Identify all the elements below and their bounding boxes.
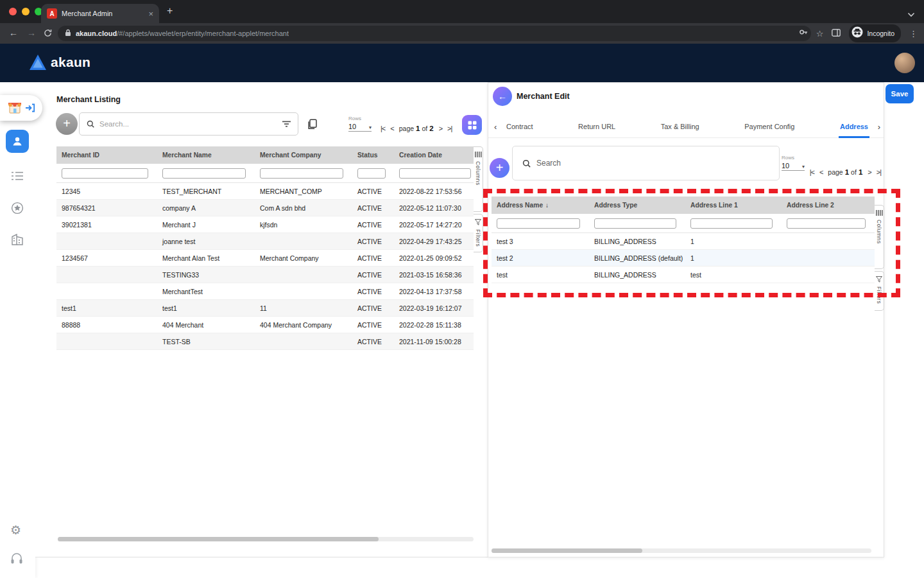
tab-tax-billing[interactable]: Tax & Billing xyxy=(660,116,701,138)
table-row[interactable]: test 2BILLING_ADDRESS (default)1 xyxy=(492,250,875,267)
filter-input[interactable] xyxy=(399,168,471,179)
table-row[interactable]: TEST-SBACTIVE2021-11-09 15:00:28 xyxy=(56,333,474,350)
add-merchant-button[interactable]: + xyxy=(56,113,78,135)
table-cell: BILLING_ADDRESS xyxy=(589,238,685,245)
rows-per-page-select[interactable]: 10 ▾ xyxy=(782,162,805,171)
filter-input[interactable] xyxy=(594,218,676,229)
columns-side-tab[interactable]: Columns xyxy=(875,205,884,269)
merchant-table-body: 12345TEST_MERCHANTMERCHANT_COMPACTIVE202… xyxy=(56,183,474,350)
password-key-icon[interactable] xyxy=(799,28,808,39)
sidebar-item-organization[interactable] xyxy=(11,234,24,248)
browser-reload-button[interactable] xyxy=(44,29,52,39)
table-side-tabs: Columns Filters xyxy=(474,146,483,252)
address-bar[interactable]: akaun.cloud/#/applets/wavelet/erp/entity… xyxy=(58,26,811,41)
browser-forward-button[interactable]: → xyxy=(27,28,36,38)
next-page-button[interactable]: > xyxy=(439,125,442,132)
browser-menu-icon[interactable]: ⋮ xyxy=(909,29,918,39)
rows-per-page-select[interactable]: 10 ▾ xyxy=(348,123,372,132)
sidebar-item-merchant-applet[interactable] xyxy=(0,95,42,121)
column-header[interactable]: Merchant Name xyxy=(157,152,255,159)
filter-input[interactable] xyxy=(357,168,386,179)
column-header[interactable]: Status xyxy=(352,152,394,159)
back-button[interactable]: ← xyxy=(493,87,512,106)
tab-contract[interactable]: Contract xyxy=(505,116,535,138)
address-search-box[interactable] xyxy=(512,146,780,180)
save-button[interactable]: Save xyxy=(886,84,914,103)
table-row[interactable]: 88888404 Merchant404 Merchant CompanyACT… xyxy=(56,317,474,333)
last-page-button[interactable]: >| xyxy=(877,168,881,176)
prev-page-button[interactable]: < xyxy=(390,125,393,132)
akaun-logo[interactable]: akaun xyxy=(30,55,90,70)
address-list-pager: |< < page1of1 > >| xyxy=(810,168,881,176)
sort-desc-icon[interactable]: ↓ xyxy=(545,202,549,209)
horizontal-scrollbar[interactable] xyxy=(492,548,871,553)
tab-return-url[interactable]: Return URL xyxy=(577,116,617,138)
next-page-button[interactable]: > xyxy=(868,168,871,176)
filter-input[interactable] xyxy=(690,218,773,229)
add-address-button[interactable]: + xyxy=(490,158,509,178)
window-controls[interactable] xyxy=(9,8,42,15)
table-row[interactable]: 1234567Merchant Alan TestMerchant Compan… xyxy=(56,250,474,267)
side-panel-icon[interactable] xyxy=(832,28,841,39)
scrollbar-thumb[interactable] xyxy=(58,537,379,541)
column-header[interactable]: Address Type xyxy=(589,202,685,209)
column-header[interactable]: Creation Date xyxy=(394,152,474,159)
new-tab-button[interactable]: + xyxy=(167,5,173,17)
first-page-button[interactable]: |< xyxy=(381,125,385,132)
column-header[interactable]: Merchant ID xyxy=(56,152,157,159)
table-row[interactable]: testBILLING_ADDRESStest xyxy=(492,267,875,283)
filter-input[interactable] xyxy=(260,168,343,179)
grid-view-button[interactable] xyxy=(462,115,482,135)
copy-pages-icon[interactable] xyxy=(307,119,318,132)
columns-side-tab[interactable]: Columns xyxy=(474,146,483,212)
browser-back-button[interactable]: ← xyxy=(9,28,18,38)
scrollbar-thumb[interactable] xyxy=(492,548,642,553)
user-avatar[interactable] xyxy=(894,53,915,73)
tabs-scroll-right-icon[interactable]: › xyxy=(878,122,880,132)
merchant-search-box[interactable] xyxy=(79,112,298,136)
table-row[interactable]: 39021381Merchant JkjfsdnACTIVE2022-05-17… xyxy=(56,216,474,233)
column-header[interactable]: Address Line 2 xyxy=(782,202,875,209)
table-row[interactable]: joanne testACTIVE2022-04-29 17:43:25 xyxy=(56,233,474,250)
horizontal-scrollbar[interactable] xyxy=(58,537,474,541)
filter-list-icon[interactable] xyxy=(282,120,291,128)
column-header[interactable]: Merchant Company xyxy=(255,152,352,159)
column-header[interactable]: Address Name↓ xyxy=(492,202,589,209)
table-row[interactable]: TESTING33ACTIVE2021-03-15 16:58:36 xyxy=(56,267,474,283)
browser-tab[interactable]: A Merchant Admin × xyxy=(41,4,159,23)
bookmark-star-icon[interactable]: ☆ xyxy=(816,29,824,39)
table-row[interactable]: MerchantTestACTIVE2022-04-13 17:37:58 xyxy=(56,283,474,300)
tab-address[interactable]: Address xyxy=(839,116,869,138)
merchant-search-input[interactable] xyxy=(99,120,278,128)
incognito-badge: Incognito xyxy=(849,24,901,42)
prev-page-button[interactable]: < xyxy=(819,168,823,176)
last-page-button[interactable]: >| xyxy=(447,125,452,132)
filter-input[interactable] xyxy=(497,218,580,229)
minimize-window-button[interactable] xyxy=(22,8,30,15)
tab-search-chevron-icon[interactable] xyxy=(907,8,915,20)
tab-close-icon[interactable]: × xyxy=(148,9,153,19)
filters-tab-label: Filters xyxy=(475,229,481,247)
filter-input[interactable] xyxy=(787,218,866,229)
sidebar-item-list[interactable] xyxy=(11,171,24,184)
column-header[interactable]: Address Line 1 xyxy=(685,202,782,209)
filter-input[interactable] xyxy=(162,168,246,179)
sidebar-item-badge[interactable] xyxy=(11,202,24,217)
table-row[interactable]: 987654321company ACom A sdn bhdACTIVE202… xyxy=(56,200,474,216)
filter-input[interactable] xyxy=(62,168,148,179)
support-headset-icon[interactable] xyxy=(10,552,23,566)
tab-payment-config[interactable]: Payment Config xyxy=(743,116,796,138)
close-window-button[interactable] xyxy=(9,8,17,15)
filters-side-tab[interactable]: Filters xyxy=(875,271,884,311)
first-page-button[interactable]: |< xyxy=(810,168,814,176)
filters-side-tab[interactable]: Filters xyxy=(474,214,483,252)
sidebar: ⚙ xyxy=(0,82,35,578)
table-row[interactable]: test 3BILLING_ADDRESS1 xyxy=(492,233,875,250)
tabs-scroll-left-icon[interactable]: ‹ xyxy=(494,122,497,132)
address-search-input[interactable] xyxy=(536,159,770,168)
table-row[interactable]: test1test111ACTIVE2022-03-19 16:12:07 xyxy=(56,300,474,317)
table-cell: ACTIVE xyxy=(352,338,394,346)
settings-gear-icon[interactable]: ⚙ xyxy=(10,523,21,538)
sidebar-item-merchant[interactable] xyxy=(6,130,29,153)
table-row[interactable]: 12345TEST_MERCHANTMERCHANT_COMPACTIVE202… xyxy=(56,183,474,200)
